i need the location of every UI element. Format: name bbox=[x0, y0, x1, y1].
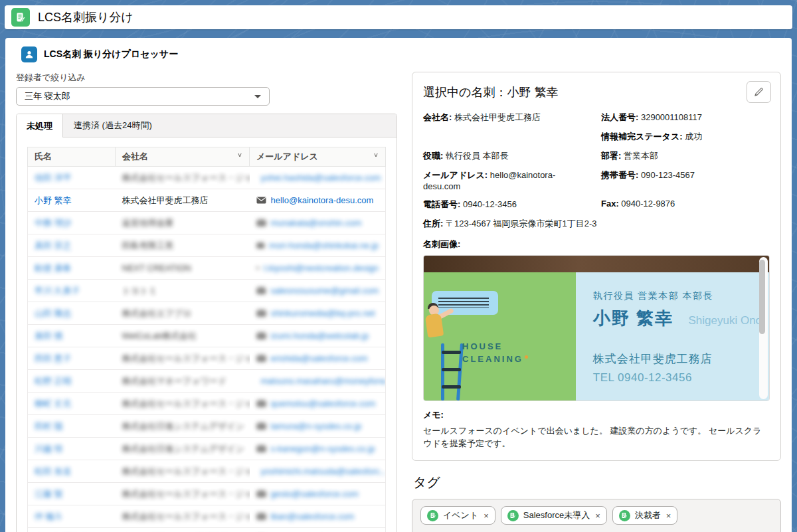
panel-title: LCS名刺 振り分けプロセッサー bbox=[44, 48, 178, 60]
email-link[interactable]: tamura@n-sysdes.co.jp bbox=[271, 421, 362, 431]
card-left-graphic: HOUSE CLEANING bbox=[424, 272, 576, 400]
card-name-link[interactable]: 小野 繁幸 bbox=[35, 195, 72, 205]
card-name-link[interactable]: 松野 正晴 bbox=[35, 376, 72, 386]
company-name-text: 株式会社日進システムデザイン bbox=[122, 444, 244, 454]
envelope-icon bbox=[256, 310, 266, 317]
tag-pill[interactable]: 決裁者× bbox=[612, 506, 678, 525]
filter-label: 登録者で絞り込み bbox=[16, 72, 397, 84]
card-name-link[interactable]: 西田 恵子 bbox=[35, 353, 72, 363]
detail-field: Fax: 0940-12-9876 bbox=[601, 199, 770, 211]
company-name-text: 株式会社セールスフォース・ジャパン bbox=[122, 399, 250, 408]
page-title: LCS名刺振り分け bbox=[38, 9, 133, 25]
air-conditioner-illustration bbox=[432, 291, 498, 315]
tab-linked-past24h[interactable]: 連携済 (過去24時間) bbox=[63, 120, 163, 132]
company-name-text: 株式会社セールスフォース・ジャパン bbox=[122, 353, 250, 363]
envelope-icon bbox=[256, 219, 266, 226]
tag-remove-button[interactable]: × bbox=[595, 511, 600, 521]
card-name-link[interactable]: 中務 理沙 bbox=[35, 218, 72, 228]
tab-unprocessed[interactable]: 未処理 bbox=[17, 114, 63, 137]
detail-field: メールアドレス: hello@kainotora-desu.com bbox=[423, 169, 592, 191]
column-header-1[interactable]: 会社名∨ bbox=[116, 147, 250, 167]
detail-field: 部署: 営業本部 bbox=[601, 150, 770, 162]
edit-button[interactable] bbox=[747, 81, 771, 103]
table-row: 松野 正晴株式会社マネーフォワードmatsuno.masaharu@moneyf… bbox=[28, 370, 386, 393]
card-name-link[interactable]: 勅使 康春 bbox=[35, 263, 72, 273]
email-link[interactable]: s-kanegon@n-sysdes.co.jp bbox=[271, 444, 375, 454]
email-link[interactable]: mori-honda@shinkokai.ne.jp bbox=[269, 240, 379, 250]
email-link[interactable]: t.kiyoshi@nextcreation.design bbox=[264, 263, 379, 273]
registrant-filter-select[interactable]: 三年 寝太郎 bbox=[16, 87, 270, 106]
note-edit-app-icon bbox=[11, 8, 30, 27]
card-name-link[interactable]: 泉田 慎 bbox=[35, 331, 63, 341]
email-link[interactable]: salesnosusume@gmail.com bbox=[270, 286, 379, 296]
email-link[interactable]: yoshimichi.matsuda@salesforc... bbox=[261, 466, 386, 476]
column-header-2[interactable]: メールアドレス∨ bbox=[250, 147, 386, 167]
tag-remove-button[interactable]: × bbox=[484, 511, 489, 521]
card-tel-text: TEL 0940-12-3456 bbox=[593, 371, 769, 385]
email-link[interactable]: quemotsu@salesforce.com bbox=[271, 399, 376, 408]
table-header-row: 氏名会社名∨メールアドレス∨ bbox=[28, 147, 386, 167]
table-row: 川越 悟株式会社日進システムデザインs-kanegon@n-sysdes.co.… bbox=[28, 438, 386, 460]
tag-icon bbox=[619, 510, 630, 521]
email-link[interactable]: matsuno.masaharu@moneyforw... bbox=[261, 376, 386, 386]
card-role-text: 執行役員 営業本部 本部長 bbox=[593, 290, 769, 302]
selected-card-panel: 選択中の名刺：小野 繁幸 会社名: 株式会社甲斐虎工務店法人番号: 329000… bbox=[412, 72, 781, 461]
card-name-link[interactable]: 川越 悟 bbox=[35, 444, 63, 454]
company-name-text: 株式会社エフプロ bbox=[122, 308, 192, 318]
card-name-link[interactable]: 信田 洋平 bbox=[35, 173, 72, 183]
email-link[interactable]: shinkuromedia@bq-pro.net bbox=[271, 308, 375, 318]
card-name-link[interactable]: 山田 隆志 bbox=[35, 308, 72, 318]
image-scrollbar-track[interactable] bbox=[759, 257, 768, 399]
card-name-link[interactable]: 柳町 丈北 bbox=[35, 399, 72, 408]
card-name-link[interactable]: 早川 久美子 bbox=[35, 286, 80, 296]
company-name-text: トヨトミ bbox=[122, 286, 157, 296]
envelope-icon bbox=[256, 197, 266, 204]
envelope-icon bbox=[256, 264, 260, 272]
tag-icon bbox=[507, 510, 519, 521]
tab-strip-rest: 連携済 (過去24時間) bbox=[63, 114, 397, 137]
card-name-link[interactable]: 江藤 賢 bbox=[35, 489, 63, 499]
ladder-rung bbox=[442, 368, 461, 371]
business-card-table: 氏名会社名∨メールアドレス∨ 信田 洋平株式会社セールスフォース・ジャパンyoh… bbox=[27, 147, 386, 532]
card-name-text: 小野 繁幸 bbox=[593, 308, 673, 328]
table-row: 山田 隆志株式会社エフプロshinkuromedia@bq-pro.net bbox=[28, 302, 386, 325]
tag-remove-button[interactable]: × bbox=[666, 511, 671, 521]
envelope-icon bbox=[256, 513, 266, 520]
chevron-down-icon bbox=[254, 95, 261, 98]
tag-pill[interactable]: Salesforce未導入× bbox=[501, 506, 607, 525]
detail-field: 住所: 〒123-4567 福岡県宗像市栄町1丁目2-3 bbox=[423, 218, 770, 230]
email-link[interactable]: hello@kainotora-desu.com bbox=[271, 195, 374, 205]
email-link[interactable]: gesto@salesforce.com bbox=[271, 489, 359, 499]
email-link[interactable]: erishida@salesforce.com bbox=[271, 353, 368, 363]
email-link[interactable]: izumi.honda@welcolab.jp bbox=[271, 331, 369, 341]
card-name-link[interactable]: 伴 颯斗 bbox=[35, 511, 63, 521]
column-header-0: 氏名 bbox=[28, 147, 116, 167]
company-name-text: NEXT CREATION bbox=[122, 263, 191, 273]
table-row: 小野 繁幸株式会社甲斐虎工務店hello@kainotora-desu.com bbox=[28, 189, 386, 212]
sort-chevron-icon[interactable]: ∨ bbox=[237, 151, 242, 158]
sort-chevron-icon[interactable]: ∨ bbox=[373, 151, 379, 158]
envelope-icon bbox=[256, 355, 266, 362]
memo-label: メモ: bbox=[423, 409, 770, 421]
card-name-link[interactable]: 真田 宗之 bbox=[35, 240, 72, 250]
card-name-link[interactable]: 田村 陽 bbox=[35, 421, 63, 431]
tag-pill[interactable]: イベント× bbox=[420, 506, 495, 525]
email-link[interactable]: tban@salesforce.com bbox=[271, 511, 355, 521]
selected-card-title: 選択中の名刺：小野 繁幸 bbox=[423, 82, 770, 100]
company-name-text: 株式会社セールスフォース・ジャパン bbox=[122, 511, 250, 521]
tag-pill-list: イベント×Salesforce未導入×決裁者× bbox=[420, 506, 772, 525]
card-name-link[interactable]: 松田 良道 bbox=[35, 466, 72, 476]
detail-field: 役職: 執行役員 本部長 bbox=[423, 150, 592, 162]
envelope-icon bbox=[256, 332, 266, 339]
table-row: 真田 宗之田島有限工業mori-honda@shinkokai.ne.jp bbox=[28, 234, 386, 257]
cleaner-body bbox=[425, 313, 444, 337]
tag-label: Salesforce未導入 bbox=[523, 509, 590, 521]
table-row: 田村 陽株式会社日進システムデザインtamura@n-sysdes.co.jp bbox=[28, 415, 386, 438]
envelope-icon bbox=[256, 287, 266, 294]
tab-strip: 未処理 連携済 (過去24時間) bbox=[17, 114, 397, 137]
image-scrollbar-thumb[interactable] bbox=[759, 260, 765, 334]
company-name-text: 株式会社セールスフォース・ジャパン bbox=[122, 489, 250, 499]
table-row: 松田 良道株式会社セールスフォース・ジャパンyoshimichi.matsuda… bbox=[28, 460, 386, 483]
email-link[interactable]: yohei.hashida@salesforce.com bbox=[261, 173, 381, 183]
email-link[interactable]: munakata@onshin.com bbox=[271, 218, 362, 228]
